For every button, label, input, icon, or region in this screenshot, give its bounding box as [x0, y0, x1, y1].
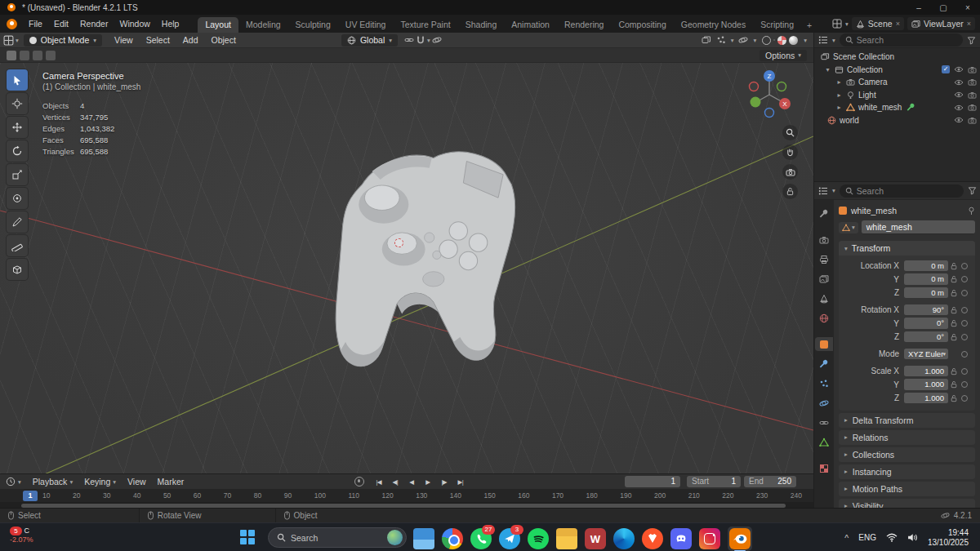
render-visibility-icon[interactable] — [968, 78, 977, 86]
start-button[interactable] — [240, 530, 256, 545]
wifi-icon[interactable] — [886, 533, 898, 542]
outliner-editor-icon[interactable] — [818, 35, 828, 45]
zoom-icon[interactable] — [782, 125, 798, 140]
instagram-icon[interactable] — [699, 528, 720, 549]
camera-view-icon[interactable] — [782, 164, 798, 180]
close-button[interactable]: × — [956, 0, 980, 15]
tab-output[interactable] — [815, 252, 833, 266]
expand-icon[interactable]: ▸ — [835, 104, 843, 111]
section-relations[interactable]: ▸Relations — [839, 430, 975, 445]
controller-model[interactable] — [310, 133, 527, 390]
menu-add[interactable]: Add — [177, 34, 204, 46]
select-mode-new-icon[interactable] — [7, 51, 16, 60]
gizmos-toggle-icon[interactable] — [738, 35, 748, 45]
clock[interactable]: 19:44 13/10/2025 — [928, 528, 969, 548]
pan-hand-icon[interactable] — [782, 144, 798, 160]
viewport-canvas[interactable]: Camera Perspective (1) Collection | whit… — [0, 63, 813, 473]
tool-add-cube[interactable] — [7, 259, 28, 280]
scale-z-field[interactable]: 1.000 — [904, 393, 948, 404]
decorate-icon[interactable] — [961, 320, 968, 327]
rotation-mode-dropdown[interactable]: XYZ Euler▾ — [904, 349, 948, 360]
tab-object[interactable] — [815, 337, 833, 351]
lock-icon[interactable] — [951, 380, 957, 389]
chrome-icon[interactable] — [442, 528, 463, 549]
language-indicator[interactable]: ENG — [858, 533, 876, 542]
hide-eye-icon[interactable] — [954, 79, 964, 86]
timeline-ruler[interactable]: 1020304050607080901001101201301401501601… — [0, 489, 813, 502]
minimize-button[interactable]: – — [906, 0, 931, 15]
expand-icon[interactable]: ▸ — [835, 78, 843, 86]
frame-start-field[interactable]: Start 1 — [687, 476, 741, 487]
section-motion-paths[interactable]: ▸Motion Paths — [839, 482, 975, 496]
select-mode-subtract-icon[interactable] — [33, 51, 42, 60]
gizmos-chevron-icon[interactable]: ▾ — [753, 37, 756, 44]
menu-marker[interactable]: Marker — [152, 477, 190, 487]
blender-menu-logo-icon[interactable] — [7, 19, 17, 29]
workspace-tab[interactable]: Geometry Nodes — [674, 17, 753, 33]
overlays-chevron-icon[interactable]: ▾ — [731, 37, 734, 44]
playhead[interactable]: 1 — [23, 491, 38, 501]
decorate-icon[interactable] — [961, 276, 968, 282]
menu-file[interactable]: File — [23, 17, 48, 30]
lock-icon[interactable] — [951, 306, 957, 314]
blender-taskbar-icon[interactable] — [729, 528, 751, 549]
section-delta-transform[interactable]: ▸Delta Transform — [839, 413, 975, 428]
gizmo-y-axis[interactable] — [751, 97, 761, 108]
transform-panel-header[interactable]: ▾ Transform — [839, 241, 975, 256]
hide-eye-icon[interactable] — [954, 66, 964, 73]
lock-icon[interactable] — [951, 319, 957, 327]
options-dropdown[interactable]: Options ▾ — [760, 50, 807, 61]
snap-magnet-icon[interactable] — [416, 35, 425, 45]
workspace-tab[interactable]: Compositing — [611, 17, 673, 33]
mode-dropdown[interactable]: Object Mode ▾ — [24, 34, 102, 47]
gizmo-x-label[interactable]: X — [782, 100, 787, 108]
decorate-icon[interactable] — [961, 263, 968, 269]
menu-window[interactable]: Window — [114, 17, 155, 30]
tool-scale[interactable] — [7, 164, 28, 185]
workspace-tab[interactable]: Shading — [458, 17, 505, 33]
menu-timeline-view[interactable]: View — [122, 477, 152, 487]
file-explorer-icon[interactable] — [413, 528, 434, 549]
render-visibility-icon[interactable] — [968, 117, 977, 124]
pin-icon[interactable] — [968, 207, 975, 216]
decorate-icon[interactable] — [961, 381, 968, 388]
tab-object-data[interactable] — [815, 435, 833, 449]
tab-view-layer[interactable] — [815, 272, 833, 286]
workspace-tab[interactable]: Scripting — [753, 17, 801, 33]
location-y-field[interactable]: 0 m — [904, 273, 948, 285]
properties-editor-chevron-icon[interactable]: ▾ — [832, 187, 835, 194]
tab-material[interactable] — [815, 461, 833, 475]
timeline-editor-icon[interactable]: ▾ — [0, 477, 27, 487]
stocks-widget[interactable]: 5 C -2.07% — [10, 527, 33, 544]
volume-icon[interactable] — [907, 533, 918, 542]
folder-icon[interactable] — [556, 528, 577, 549]
hide-eye-icon[interactable] — [954, 117, 964, 123]
select-mode-extend-icon[interactable] — [20, 51, 29, 60]
next-keyframe-button[interactable]: |▶ — [436, 477, 452, 487]
tool-cursor[interactable] — [7, 93, 28, 114]
tool-measure[interactable] — [7, 235, 28, 256]
shading-material-icon[interactable] — [777, 36, 786, 45]
tool-rotate[interactable] — [7, 140, 28, 162]
snap-chevron-icon[interactable]: ▾ — [427, 37, 430, 44]
hidden-icons-chevron[interactable]: ^ — [844, 533, 849, 543]
outliner-row[interactable]: ▸ Light — [814, 89, 980, 102]
brave-icon[interactable] — [642, 528, 663, 549]
telegram-icon[interactable]: 3 — [499, 528, 520, 549]
rotation-z-field[interactable]: 0° — [904, 331, 948, 343]
current-frame-field[interactable]: 1 — [625, 476, 680, 487]
viewlayer-selector[interactable]: ViewLayer × — [907, 17, 975, 30]
rotation-x-field[interactable]: 90° — [904, 304, 948, 316]
lock-icon[interactable] — [951, 394, 957, 402]
scale-x-field[interactable]: 1.000 — [904, 366, 948, 377]
workspace-tab[interactable]: Texture Paint — [393, 17, 457, 33]
workspace-tab[interactable]: Rendering — [557, 17, 611, 33]
menu-object[interactable]: Object — [206, 34, 242, 46]
id-type-dropdown[interactable]: ▾ — [839, 222, 858, 233]
lock-icon[interactable] — [951, 333, 957, 341]
tab-physics[interactable] — [815, 396, 833, 410]
word-app-icon[interactable]: W — [585, 528, 606, 549]
outliner-editor-chevron-icon[interactable]: ▾ — [832, 37, 835, 44]
decorate-icon[interactable] — [961, 334, 968, 340]
location-z-field[interactable]: 0 m — [904, 287, 948, 299]
